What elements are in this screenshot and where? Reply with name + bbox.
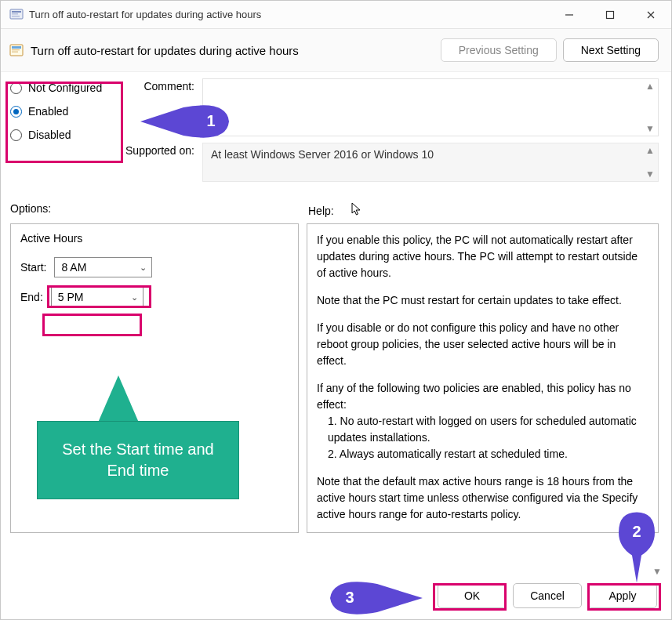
- svg-rect-7: [12, 49, 20, 50]
- apply-button[interactable]: Apply: [588, 583, 657, 608]
- end-time-value: 5 PM: [58, 291, 84, 303]
- policy-icon: [9, 42, 24, 58]
- supported-on-box: At least Windows Server 2016 or Windows …: [202, 143, 659, 182]
- radio-label: Not Configured: [28, 82, 102, 94]
- comment-textarea[interactable]: ▲ ▼: [202, 78, 659, 136]
- svg-rect-3: [12, 16, 20, 17]
- active-hours-heading: Active Hours: [20, 232, 289, 245]
- cancel-button[interactable]: Cancel: [513, 583, 582, 608]
- scroll-up-icon[interactable]: ▲: [645, 81, 655, 92]
- radio-icon: [10, 82, 22, 94]
- end-label: End:: [20, 291, 43, 303]
- policy-editor-window: Turn off auto-restart for updates during…: [0, 0, 672, 620]
- radio-icon: [10, 106, 22, 118]
- radio-label: Enabled: [28, 105, 68, 118]
- scroll-down-icon[interactable]: ▼: [645, 123, 655, 134]
- options-panel: Active Hours Start: 8 AM ⌄ End: 5 PM ⌄: [10, 223, 299, 533]
- chevron-down-icon: ⌄: [131, 292, 138, 303]
- help-panel: If you enable this policy, the PC will n…: [307, 223, 659, 533]
- svg-rect-2: [12, 13, 18, 15]
- state-radio-group: Not Configured Enabled Disabled: [10, 78, 124, 188]
- dialog-buttons: OK Cancel Apply: [431, 583, 657, 608]
- help-heading: Help:: [308, 205, 334, 217]
- comment-label: Comment:: [124, 78, 202, 92]
- header-row: Turn off auto-restart for updates during…: [1, 29, 671, 72]
- ok-button[interactable]: OK: [438, 583, 507, 608]
- scroll-down-icon[interactable]: ▼: [645, 169, 655, 179]
- svg-rect-1: [12, 11, 21, 13]
- radio-enabled[interactable]: Enabled: [10, 105, 124, 118]
- radio-label: Disabled: [28, 129, 71, 141]
- next-setting-button[interactable]: Next Setting: [563, 38, 659, 62]
- svg-rect-6: [12, 46, 21, 49]
- mouse-cursor-icon: [351, 202, 362, 219]
- radio-icon: [10, 129, 22, 141]
- help-text: If you enable this policy, the PC will n…: [317, 232, 642, 523]
- titlebar: Turn off auto-restart for updates during…: [1, 1, 671, 29]
- radio-disabled[interactable]: Disabled: [10, 129, 124, 141]
- callout-number-3: 3: [342, 589, 358, 607]
- end-time-dropdown[interactable]: 5 PM ⌄: [51, 287, 143, 307]
- close-button[interactable]: [630, 1, 671, 29]
- start-label: Start:: [20, 261, 46, 274]
- scroll-down-icon[interactable]: ▼: [652, 566, 662, 577]
- previous-setting-button[interactable]: Previous Setting: [441, 38, 557, 62]
- radio-not-configured[interactable]: Not Configured: [10, 82, 124, 94]
- minimize-button[interactable]: [549, 1, 590, 29]
- start-time-dropdown[interactable]: 8 AM ⌄: [54, 257, 152, 277]
- supported-on-label: Supported on:: [124, 143, 202, 157]
- options-heading: Options:: [10, 202, 51, 215]
- scroll-up-icon[interactable]: ▲: [645, 145, 655, 156]
- window-title: Turn off auto-restart for updates during…: [29, 9, 549, 20]
- callout-arrow-3: 3: [329, 581, 423, 618]
- supported-on-value: At least Windows Server 2016 or Windows …: [211, 148, 434, 161]
- policy-title: Turn off auto-restart for updates during…: [31, 44, 434, 57]
- svg-rect-8: [12, 52, 18, 53]
- app-icon: [9, 8, 24, 22]
- chevron-down-icon: ⌄: [140, 263, 147, 273]
- start-time-value: 8 AM: [61, 261, 86, 274]
- svg-rect-4: [607, 11, 614, 18]
- maximize-button[interactable]: [590, 1, 630, 29]
